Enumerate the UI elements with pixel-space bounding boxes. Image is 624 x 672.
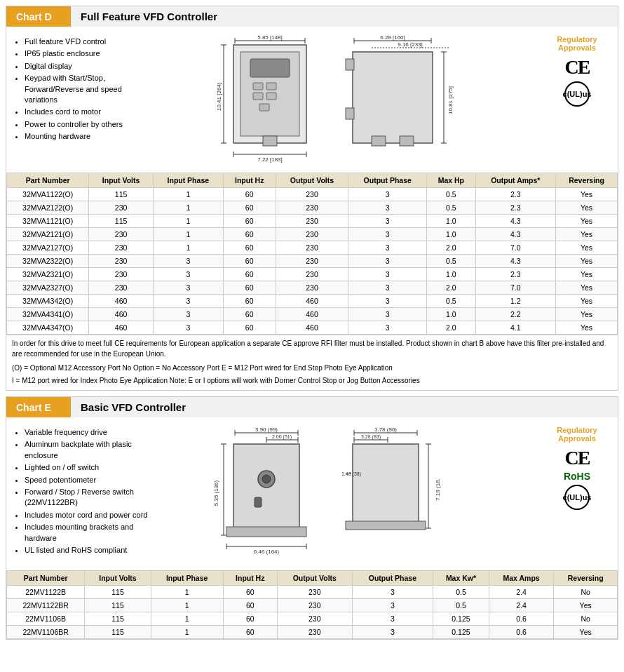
table-cell: 3 [352,612,433,626]
chart-e-approvals: Regulatory Approvals CE RoHS c(UL)us [542,423,612,565]
table-cell: Yes [556,268,618,281]
table-cell: No [554,612,618,626]
table-cell: 3 [348,308,427,321]
table-cell: 460 [276,295,348,308]
svg-text:5.85 [148]: 5.85 [148] [257,34,283,41]
table-cell: 1.2 [475,295,556,308]
svg-text:3.90 (99): 3.90 (99) [255,426,278,433]
svg-text:6.28 [160]: 6.28 [160] [380,34,405,41]
chart-d-bullet-item: Mounting hardware [25,131,152,142]
chart-d-col-header: Output Volts [276,173,348,188]
table-cell: Yes [556,308,618,321]
chart-e-approvals-title: Regulatory Approvals [545,426,609,443]
chart-d-header: Chart D Full Feature VFD Controller [6,6,618,27]
table-cell: 230 [276,255,348,268]
svg-rect-9 [253,93,263,100]
table-cell: 32MVA2127(O) [7,241,89,255]
chart-e-col-header: Input Phase [151,571,223,586]
table-cell: 60 [223,586,277,599]
chart-d-label: Chart D [6,6,69,27]
chart-e-section: Chart E Basic VFD Controller Variable fr… [6,396,618,640]
chart-d-col-header: Part Number [7,173,89,188]
chart-d-col-header: Input Phase [153,173,223,188]
table-cell: 3 [153,268,223,281]
table-cell: 32MVA2322(O) [7,255,89,268]
table-cell: 3 [348,228,427,241]
chart-d-col-header: Max Hp [427,173,475,188]
table-cell: 230 [276,188,348,201]
svg-rect-27 [353,52,433,143]
table-cell: 60 [223,321,276,335]
table-row: 32MVA2327(O)23036023032.07.0Yes [7,281,618,295]
table-cell: 2.0 [427,321,475,335]
table-cell: Yes [556,228,618,241]
table-cell: 32MVA1121(O) [7,215,89,228]
chart-d-approvals: Regulatory Approvals CE c(UL)us [542,32,612,167]
chart-e-bullet-item: Lighted on / off switch [25,462,152,473]
table-cell: 230 [277,626,352,639]
chart-e-bullets: Variable frequency driveAluminum backpla… [12,423,152,565]
svg-text:3.28 (83): 3.28 (83) [361,434,381,440]
table-row: 32MVA4347(O)46036046032.04.1Yes [7,321,618,335]
table-row: 32MVA2127(O)23016023032.07.0Yes [7,241,618,255]
table-cell: 1 [153,188,223,201]
svg-rect-44 [233,444,299,535]
chart-d-title: Full Feature VFD Controller [69,6,618,27]
table-cell: 4.3 [475,255,556,268]
chart-e-col-header: Input Volts [85,571,151,586]
table-cell: 230 [89,201,154,215]
table-cell: 230 [89,228,154,241]
svg-rect-28 [346,59,354,70]
table-cell: 4.3 [475,228,556,241]
table-cell: Yes [556,281,618,295]
table-cell: 230 [277,599,352,612]
ul-circle-d: c(UL)us [564,81,590,107]
table-row: 32MVA2121(O)23016023031.04.3Yes [7,228,618,241]
table-cell: 1.0 [427,308,475,321]
table-cell: 32MVA1122(O) [7,188,89,201]
table-cell: 60 [223,599,277,612]
chart-d-bullet-item: Full feature VFD control [25,36,152,47]
svg-rect-66 [346,521,426,530]
table-cell: 3 [153,308,223,321]
chart-e-bullet-item: Speed potentiometer [25,475,152,485]
table-cell: Yes [556,201,618,215]
chart-e-bullet-item: Includes motor cord and power cord [25,510,152,520]
table-cell: 60 [223,228,276,241]
table-cell: 0.5 [433,599,489,612]
table-cell: 60 [223,308,276,321]
table-cell: 2.2 [475,308,556,321]
chart-e-bullet-item: Forward / Stop / Reverse switch (22MV112… [25,487,152,509]
svg-text:7.22 [183]: 7.22 [183] [257,156,283,163]
table-cell: 3 [153,255,223,268]
table-cell: 3 [348,295,427,308]
svg-point-47 [262,475,271,483]
table-cell: 0.5 [427,188,475,201]
table-cell: 1 [153,201,223,215]
table-row: 22MV1106BR11516023030.1250.6Yes [7,626,618,639]
chart-d-body: Full feature VFD controlIP65 plastic enc… [6,27,618,173]
table-cell: 3 [352,626,433,639]
chart-e-side-svg: 3.78 (96) 3.28 (83) 1.48 (38) [340,423,480,563]
rohs-mark-e: RoHS [564,471,590,482]
svg-rect-31 [400,136,414,146]
table-cell: 230 [276,241,348,255]
table-cell: 4.1 [475,321,556,335]
ul-circle-e: c(UL)us [564,485,590,510]
table-cell: 1 [153,228,223,241]
table-cell: 32MVA2121(O) [7,228,89,241]
chart-e-bullet-item: UL listed and RoHS compliant [25,545,152,556]
svg-rect-30 [372,136,386,146]
table-row: 22MV1106B11516023030.1250.6No [7,612,618,626]
ce-mark-d: CE [565,56,590,79]
table-cell: 60 [223,295,276,308]
table-cell: 32MVA4342(O) [7,295,89,308]
table-cell: 230 [89,268,154,281]
table-row: 32MVA1121(O)11516023031.04.3Yes [7,215,618,228]
chart-e-bullet-item: Includes mounting brackets and hardware [25,522,152,544]
table-cell: 0.5 [427,201,475,215]
ce-mark-e: CE [565,447,590,469]
table-cell: 230 [276,201,348,215]
table-cell: 230 [89,241,154,255]
table-cell: 230 [276,228,348,241]
